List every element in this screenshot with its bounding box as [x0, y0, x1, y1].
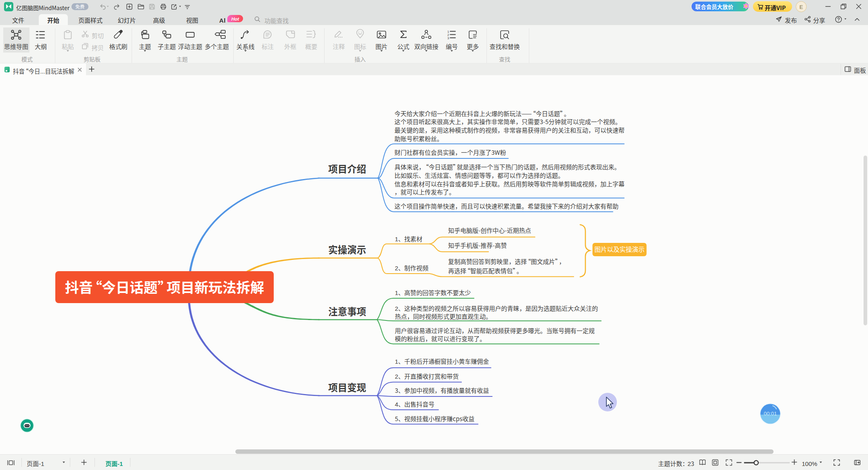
svg-text:复制高赞回答到剪映里，选择“图文成片”，: 复制高赞回答到剪映里，选择“图文成片”， — [448, 257, 565, 266]
svg-text:用户很容易通过评论互动，从而帮助视频获得更多曝光。当账号拥有: 用户很容易通过评论互动，从而帮助视频获得更多曝光。当账号拥有一定规 — [395, 326, 595, 335]
svg-text:财门社群有位会员实操，一个月涨了3W粉: 财门社群有位会员实操，一个月涨了3W粉 — [394, 148, 506, 156]
svg-text:模的粉丝后，就可以进行变现了。: 模的粉丝后，就可以进行变现了。 — [395, 334, 486, 343]
svg-text:知乎电脑版-创作中心-近期热点: 知乎电脑版-创作中心-近期热点 — [448, 226, 531, 234]
svg-text:项目介绍: 项目介绍 — [328, 162, 366, 175]
svg-text:抖音“今日话题”项目新玩法拆解: 抖音“今日话题”项目新玩法拆解 — [65, 276, 264, 297]
svg-text:1、高赞的回答字数不要太少: 1、高赞的回答字数不要太少 — [395, 288, 471, 297]
svg-text:比如娱乐、生活炫富、情感问题等等，都可以作为选择的话题。: 比如娱乐、生活炫富、情感问题等等，都可以作为选择的话题。 — [394, 171, 564, 179]
svg-text:信息和素材可以在抖音或者知乎上获取。然后用剪映等软件简单剪辑: 信息和素材可以在抖音或者知乎上获取。然后用剪映等软件简单剪辑成视频，加上字幕 — [394, 179, 625, 188]
svg-text:热点，同时视频形式更加直观生动。: 热点，同时视频形式更加直观生动。 — [395, 312, 492, 320]
svg-text:4、出售抖音号: 4、出售抖音号 — [395, 400, 434, 408]
svg-text:2、制作视频: 2、制作视频 — [395, 263, 428, 272]
svg-text:实操演示: 实操演示 — [328, 242, 366, 256]
svg-text:，就可以上传发布了。: ，就可以上传发布了。 — [394, 188, 455, 196]
svg-text:知乎手机版-推荐-高赞: 知乎手机版-推荐-高赞 — [448, 241, 507, 249]
svg-text:注意事项: 注意事项 — [328, 304, 366, 318]
svg-text:具体来说，“今日话题”就是选择一个当下热门的话题，然后用视频: 具体来说，“今日话题”就是选择一个当下热门的话题，然后用视频的形式表现出来。 — [394, 162, 621, 171]
svg-text:项目变现: 项目变现 — [328, 380, 366, 394]
svg-text:助账号积累粉丝。: 助账号积累粉丝。 — [394, 134, 443, 143]
svg-text:1、千粉后开通橱窗挂小黄车赚佣金: 1、千粉后开通橱窗挂小黄车赚佣金 — [395, 357, 489, 365]
svg-text:3: 3 — [447, 36, 449, 40]
svg-text:图片以及实操演示: 图片以及实操演示 — [594, 244, 644, 253]
svg-text:这个项目听起来很高大上，其实操作非常简单，只需要3-5分钟就: 这个项目听起来很高大上，其实操作非常简单，只需要3-5分钟就可以完成一个视频。 — [394, 117, 621, 126]
svg-text:2、这种类型的视频之所以容易获得用户的青睐，是因为选题贴近大: 2、这种类型的视频之所以容易获得用户的青睐，是因为选题贴近大众关注的 — [395, 304, 598, 312]
svg-text:1、找素材: 1、找素材 — [395, 234, 422, 243]
svg-text:最关键的是，采用这种模式制作的视频，非常容易获得用户的关注和: 最关键的是，采用这种模式制作的视频，非常容易获得用户的关注和互动，可以快速帮 — [394, 126, 625, 134]
svg-text:再选择“智能匹配表情包”。: 再选择“智能匹配表情包”。 — [448, 266, 523, 275]
svg-text:3、参加中视频，有播放量就有收益: 3、参加中视频，有播放量就有收益 — [395, 386, 489, 394]
svg-text:这个项目操作简单快速，而且可以快速积累流量。希望我接下来的介: 这个项目操作简单快速，而且可以快速积累流量。希望我接下来的介绍对大家有帮助 — [394, 202, 619, 210]
svg-text:00:01: 00:01 — [764, 411, 777, 417]
svg-text:5、视频挂载小程序赚cps收益: 5、视频挂载小程序赚cps收益 — [395, 414, 474, 423]
svg-text:2、开直播收打赏和带货: 2、开直播收打赏和带货 — [395, 372, 459, 380]
svg-text:今天给大家介绍一个近期在抖音上火爆的新玩法——“今日话题”。: 今天给大家介绍一个近期在抖音上火爆的新玩法——“今日话题”。 — [394, 109, 570, 118]
